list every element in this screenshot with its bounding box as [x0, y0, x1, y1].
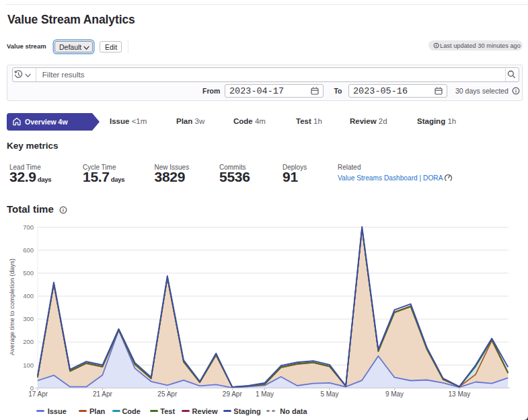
svg-text:25 Apr: 25 Apr	[157, 390, 178, 398]
svg-text:5 May: 5 May	[320, 390, 338, 398]
svg-text:13 May: 13 May	[449, 390, 471, 398]
svg-text:1 May: 1 May	[256, 390, 274, 398]
svg-text:100: 100	[23, 361, 34, 369]
svg-text:200: 200	[23, 338, 34, 345]
svg-text:600: 600	[23, 246, 34, 254]
svg-text:21 Apr: 21 Apr	[93, 390, 113, 398]
svg-text:17 Apr: 17 Apr	[28, 390, 48, 398]
svg-text:9 May: 9 May	[385, 390, 404, 398]
svg-text:400: 400	[23, 292, 34, 300]
svg-text:500: 500	[23, 269, 34, 277]
svg-text:29 Apr: 29 Apr	[223, 390, 243, 398]
svg-text:Average time to completion (da: Average time to completion (days)	[8, 258, 15, 355]
svg-text:700: 700	[23, 223, 34, 231]
svg-text:300: 300	[23, 315, 34, 322]
